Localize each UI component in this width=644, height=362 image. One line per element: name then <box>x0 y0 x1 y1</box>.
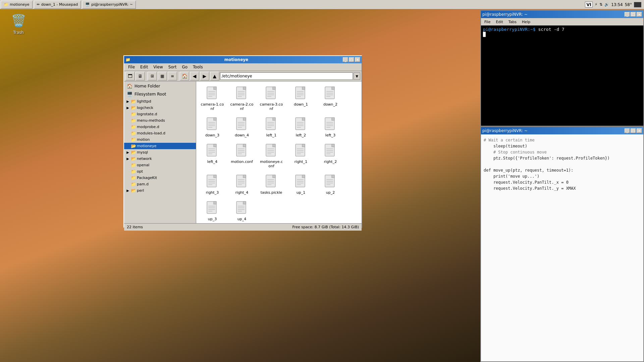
file-item-camera-3-conf[interactable]: camera-3.conf <box>258 84 285 112</box>
fm-up-button[interactable]: ▲ <box>210 72 219 80</box>
file-icon <box>263 174 279 190</box>
fm-free-space: Free space: 8.7 GiB (Total: 14.3 GiB) <box>292 225 359 229</box>
file-item-motion-conf[interactable]: motion.conf <box>228 141 255 170</box>
term1-menu-help[interactable]: Help <box>520 19 532 25</box>
network-arrow: ▶ <box>125 157 130 161</box>
term1-menu-tabs[interactable]: Tabs <box>506 19 519 25</box>
fm-view-list-button[interactable]: ≡ <box>168 72 177 80</box>
fm-new-window-button[interactable]: 🗖 <box>125 72 135 80</box>
sidebar-item-logcheck[interactable]: ▶ 📂 logcheck <box>124 105 196 111</box>
term1-menu-edit[interactable]: Edit <box>494 19 505 25</box>
file-icon <box>293 116 309 132</box>
fm-home-button[interactable]: 🏠 <box>180 72 189 80</box>
file-item-left-1[interactable]: left_1 <box>258 115 285 139</box>
fm-minimize-button[interactable]: _ <box>343 57 348 62</box>
sidebar-item-opt[interactable]: 📁 opt <box>124 168 196 175</box>
term1-close-button[interactable]: ✕ <box>637 12 642 17</box>
sidebar-item-openal[interactable]: 📁 openal <box>124 162 196 168</box>
taskbar-power-icon <box>634 2 641 7</box>
taskbar-btn-files[interactable]: 📁 motioneye <box>1 1 33 9</box>
sidebar-item-modprobe[interactable]: 📁 modprobe.d <box>124 124 196 130</box>
logcheck-folder-icon: 📂 <box>131 105 136 110</box>
fm-path-dropdown[interactable]: ▼ <box>354 72 360 80</box>
fm-menu-tools[interactable]: Tools <box>190 64 206 70</box>
sidebar-item-mysql[interactable]: ▶ 📂 mysql <box>124 149 196 156</box>
sidebar-item-packagekit[interactable]: 📁 PackageKit <box>124 175 196 181</box>
sidebar-item-motioneye[interactable]: 📂 motioneye <box>124 143 196 149</box>
fm-view-compact-button[interactable]: ▦ <box>158 72 167 80</box>
sidebar-place-home[interactable]: 🏠 Home Folder <box>124 82 196 90</box>
file-item-tasks-pickle[interactable]: tasks.pickle <box>258 172 285 196</box>
file-item-down-2[interactable]: down_2 <box>317 84 344 112</box>
filesystem-icon: 🖥️ <box>127 92 132 97</box>
motioneye-folder-icon: 📂 <box>131 143 136 148</box>
fm-forward-button[interactable]: ▶ <box>200 72 209 80</box>
file-item-down-1[interactable]: down_1 <box>287 84 314 112</box>
taskbar-btn-mousepad[interactable]: ✏️ down_1 - Mousepad <box>34 1 81 9</box>
term1-content[interactable]: pi@raspberrypiNVR:~$ scrot -d 7 █ <box>481 25 643 126</box>
sidebar-item-network[interactable]: ▶ 📂 network <box>124 156 196 162</box>
sidebar-item-perl-label: perl <box>137 188 144 193</box>
fm-menu-go[interactable]: Go <box>179 64 190 70</box>
term1-maximize-button[interactable]: □ <box>631 12 636 17</box>
sidebar-item-lighttpd[interactable]: ▶ 📂 lighttpd <box>124 98 196 105</box>
file-label: right_1 <box>294 160 307 164</box>
file-item-down-4[interactable]: down_4 <box>228 115 255 139</box>
sidebar-place-filesystem[interactable]: 🖥️ Filesystem Root <box>124 90 196 98</box>
file-item-right-4[interactable]: right_4 <box>228 172 255 196</box>
sidebar-item-menu-methods[interactable]: 📁 menu-methods <box>124 117 196 124</box>
file-item-up-2[interactable]: up_2 <box>317 172 344 196</box>
sidebar-item-logrotate[interactable]: 📁 logrotate.d <box>124 111 196 117</box>
home-folder-icon: 🏠 <box>127 83 132 89</box>
fm-maximize-button[interactable]: □ <box>349 57 354 62</box>
term2-minimize-button[interactable]: _ <box>625 128 630 133</box>
file-item-left-2[interactable]: left_2 <box>287 115 314 139</box>
file-icon <box>204 174 220 190</box>
file-label: right_3 <box>206 190 219 195</box>
term1-minimize-button[interactable]: _ <box>625 12 630 17</box>
file-item-up-4[interactable]: up_4 <box>228 199 255 223</box>
sidebar-item-pam[interactable]: 📁 pam.d <box>124 181 196 187</box>
sidebar-item-perl[interactable]: ▶ 📂 perl <box>124 187 196 194</box>
fm-close-button[interactable]: ✕ <box>355 57 360 62</box>
sidebar-item-modprobe-label: modprobe.d <box>137 125 159 129</box>
file-item-down-3[interactable]: down_3 <box>199 115 226 139</box>
term2-maximize-button[interactable]: □ <box>631 128 636 133</box>
fm-menu-file[interactable]: File <box>125 64 138 70</box>
file-item-right-1[interactable]: right_1 <box>287 141 314 170</box>
file-item-right-2[interactable]: right_2 <box>317 141 344 170</box>
file-icon <box>234 200 250 216</box>
fm-content: camera-1.conf camera-2.conf camera-3.con… <box>196 81 362 223</box>
fm-menu-view[interactable]: View <box>151 64 165 70</box>
sidebar-item-motion[interactable]: 📁 motion <box>124 136 196 143</box>
fm-menubar: File Edit View Sort Go Tools <box>124 63 362 71</box>
file-icon <box>204 200 220 216</box>
fm-open-terminal-button[interactable]: 🖥 <box>136 72 145 80</box>
fm-back-button[interactable]: ◀ <box>190 72 199 80</box>
sidebar-item-opt-label: opt <box>137 169 143 174</box>
term2-close-button[interactable]: ✕ <box>637 128 642 133</box>
fm-view-icons-button[interactable]: ⊞ <box>148 72 157 80</box>
term2-content[interactable]: # Wait a certain time sleep(timeout) # S… <box>481 134 643 361</box>
file-item-left-3[interactable]: left_3 <box>317 115 344 139</box>
fm-menu-edit[interactable]: Edit <box>138 64 151 70</box>
sidebar-item-modules-load[interactable]: 📁 modules-load.d <box>124 130 196 136</box>
file-item-motioneye-conf[interactable]: motioneye.conf <box>258 141 285 170</box>
openal-folder-icon: 📁 <box>131 163 136 168</box>
code-line-7: request.Velocity.PanTilt._x = 0 <box>484 179 641 185</box>
file-item-camera-1-conf[interactable]: camera-1.conf <box>199 84 226 112</box>
file-label: left_3 <box>325 133 335 137</box>
code-line-6: print('move up...') <box>484 173 641 179</box>
file-item-right-3[interactable]: right_3 <box>199 172 226 196</box>
file-item-up-1[interactable]: up_1 <box>287 172 314 196</box>
term1-menu-file[interactable]: File <box>482 19 492 25</box>
trash-icon[interactable]: 🗑️ Trash <box>7 13 30 35</box>
fm-menu-sort[interactable]: Sort <box>166 64 179 70</box>
terminal1-window: pi@raspberrypiNVR: ~ _ □ ✕ File Edit Tab… <box>480 10 644 126</box>
file-item-camera-2-conf[interactable]: camera-2.conf <box>228 84 255 112</box>
code-line-5: def move_up(ptz, request, timeout=1): <box>484 167 641 173</box>
sidebar-item-motion-label: motion <box>137 137 150 142</box>
file-item-up-3[interactable]: up_3 <box>199 199 226 223</box>
taskbar-btn-terminal[interactable]: 🖥️ pi@raspberrypiNVR: ~ <box>82 1 136 9</box>
file-item-left-4[interactable]: left_4 <box>199 141 226 170</box>
